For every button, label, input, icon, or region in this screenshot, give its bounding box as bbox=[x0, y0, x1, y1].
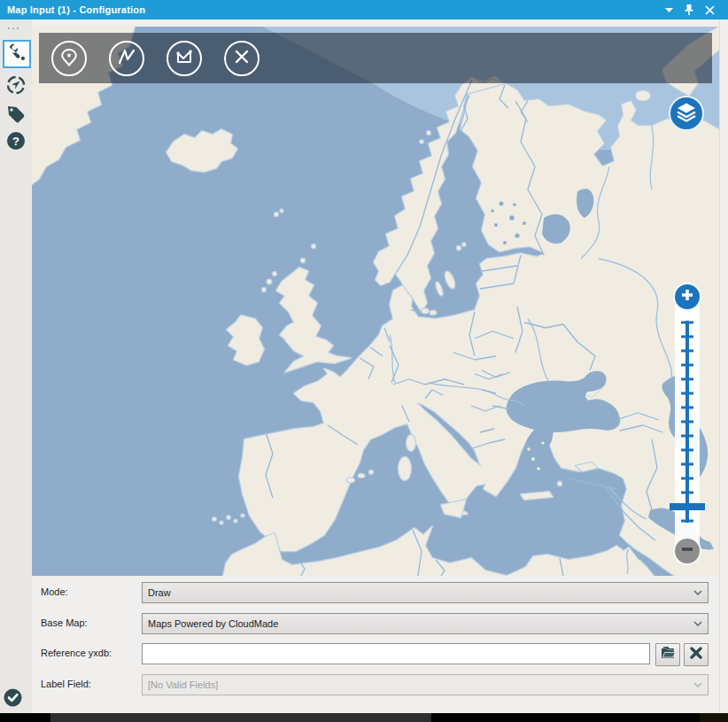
folder-icon bbox=[660, 646, 676, 664]
panel-title-bar: Map Input (1) - Configuration bbox=[0, 0, 728, 19]
map-draw-toolbar bbox=[39, 33, 712, 83]
label-field-row: Label Field: [No Valid Fields] bbox=[32, 674, 719, 697]
zoom-control bbox=[662, 282, 712, 569]
draw-line-button[interactable] bbox=[109, 41, 144, 76]
layers-icon bbox=[675, 100, 698, 127]
label-field-dropdown: [No Valid Fields] bbox=[142, 674, 709, 695]
question-icon: ? bbox=[6, 131, 26, 154]
sidebar-item-annotation[interactable] bbox=[3, 103, 29, 129]
sidebar-item-configuration[interactable] bbox=[3, 40, 31, 68]
chevron-down-icon bbox=[688, 590, 708, 595]
panel-title: Map Input (1) - Configuration bbox=[0, 4, 145, 15]
check-circle-icon bbox=[4, 695, 22, 710]
compass-icon bbox=[5, 74, 27, 99]
mode-row: Mode: Draw bbox=[32, 582, 719, 605]
reference-yxdb-row: Reference yxdb: bbox=[32, 643, 719, 666]
svg-text:?: ? bbox=[12, 135, 19, 148]
minus-icon bbox=[680, 542, 694, 560]
layers-button[interactable] bbox=[669, 96, 704, 131]
label-field-label: Label Field: bbox=[41, 679, 91, 689]
plus-icon bbox=[680, 288, 694, 306]
zoom-out-button[interactable] bbox=[673, 537, 701, 565]
label-field-value: [No Valid Fields] bbox=[143, 679, 688, 690]
polygon-icon bbox=[174, 47, 194, 70]
panel-grip[interactable] bbox=[8, 27, 19, 29]
sidebar-item-help[interactable]: ? bbox=[3, 129, 29, 156]
tag-icon bbox=[6, 105, 26, 128]
close-icon[interactable] bbox=[703, 4, 716, 16]
base-map-dropdown[interactable]: Maps Powered by CloudMade bbox=[142, 613, 709, 634]
x-circle-icon bbox=[232, 47, 252, 70]
status-ok-badge bbox=[4, 688, 23, 708]
zoom-slider-handle[interactable] bbox=[670, 503, 705, 510]
sidebar-item-navigate[interactable] bbox=[3, 74, 29, 100]
base-map-label: Base Map: bbox=[41, 617, 88, 628]
chevron-down-icon bbox=[688, 682, 708, 687]
x-icon bbox=[690, 647, 702, 663]
window-bottom-edge bbox=[0, 713, 728, 722]
chevron-down-icon bbox=[688, 621, 708, 626]
browse-file-button[interactable] bbox=[655, 643, 680, 666]
map-viewport[interactable] bbox=[32, 27, 719, 576]
reference-yxdb-input[interactable] bbox=[142, 643, 650, 664]
tool-sidebar: ? bbox=[0, 19, 32, 713]
base-map-value: Maps Powered by CloudMade bbox=[143, 618, 688, 629]
caret-down-icon[interactable] bbox=[662, 4, 675, 16]
vertical-scrollbar[interactable] bbox=[719, 19, 728, 713]
configuration-form: Mode: Draw Base Map: Maps Powered by Clo… bbox=[32, 576, 719, 713]
zigzag-line-icon bbox=[117, 47, 136, 70]
clear-reference-button[interactable] bbox=[684, 643, 709, 666]
reference-yxdb-label: Reference yxdb: bbox=[41, 648, 112, 658]
base-map-europe[interactable] bbox=[32, 27, 719, 576]
draw-polygon-button[interactable] bbox=[167, 41, 202, 76]
mode-label: Mode: bbox=[41, 586, 68, 597]
zoom-slider-ruler[interactable] bbox=[662, 282, 712, 569]
base-map-row: Base Map: Maps Powered by CloudMade bbox=[32, 613, 719, 636]
wrench-icon bbox=[8, 43, 26, 65]
pin-icon[interactable] bbox=[683, 4, 695, 16]
mode-value: Draw bbox=[143, 587, 688, 598]
draw-point-button[interactable] bbox=[51, 41, 87, 76]
mode-dropdown[interactable]: Draw bbox=[142, 582, 709, 603]
delete-shape-button[interactable] bbox=[224, 41, 259, 76]
pin-marker-icon bbox=[59, 47, 79, 70]
zoom-in-button[interactable] bbox=[673, 283, 701, 311]
